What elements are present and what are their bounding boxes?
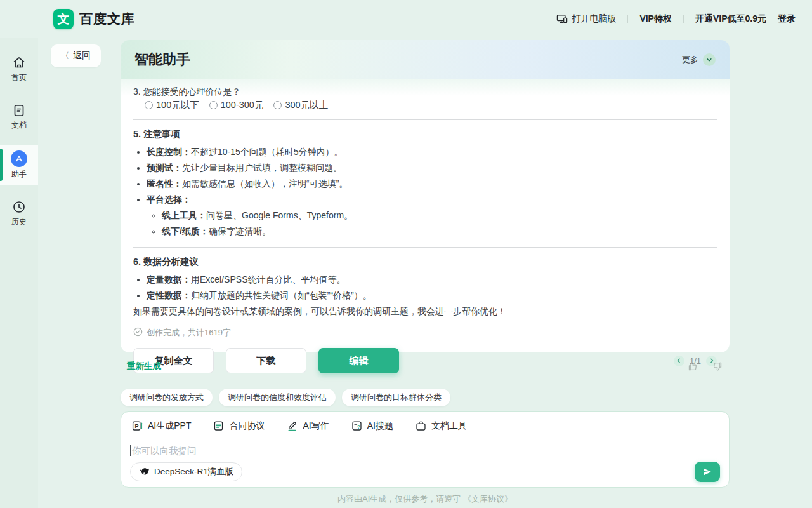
suggestion-chips: 调研问卷的发放方式 调研问卷的信度和效度评估 调研问卷的目标群体分类 <box>121 389 450 406</box>
document-icon <box>11 103 27 118</box>
suggestion-chip[interactable]: 调研问卷的发放方式 <box>121 389 213 406</box>
sidebar-item-home[interactable]: 首页 <box>0 50 38 88</box>
tool-label: AI生成PPT <box>148 420 191 432</box>
model-selector[interactable]: DeepSeek-R1满血版 <box>130 462 242 481</box>
list-item: 匿名性：如需敏感信息（如收入），注明“可选填”。 <box>147 177 717 191</box>
model-name: DeepSeek-R1满血版 <box>154 466 233 478</box>
suggestion-chip[interactable]: 调研问卷的信度和效度评估 <box>219 389 336 406</box>
sidebar-item-label: 助手 <box>11 169 27 180</box>
tool-label: AI搜题 <box>367 420 393 432</box>
bullet-term: 长度控制： <box>147 147 191 157</box>
radio-option-label: 100-300元 <box>221 99 264 111</box>
sidebar-item-label: 历史 <box>11 217 27 227</box>
regenerate-link[interactable]: 重新生成 <box>127 361 161 372</box>
wenku-logo-icon: 文 <box>53 9 74 29</box>
back-label: 返回 <box>73 50 91 62</box>
assistant-icon <box>11 150 27 167</box>
chevron-down-icon <box>703 53 716 66</box>
divider <box>133 247 717 248</box>
sidebar-item-history[interactable]: 历史 <box>0 194 38 232</box>
tool-label: AI写作 <box>303 420 329 432</box>
bullet-text: 不超过10-15个问题（耗时5分钟内）。 <box>191 147 343 157</box>
radio-circle-icon <box>209 101 218 109</box>
bullet-text: 用Excel/SPSS统计百分比、平均值等。 <box>191 274 345 284</box>
generation-status: 创作完成，共计1619字 <box>133 327 717 338</box>
bullet-text: 问卷星、Google Forms、Typeform。 <box>206 210 353 220</box>
vip-privilege-link[interactable]: VIP特权 <box>639 13 672 25</box>
send-button[interactable] <box>695 462 720 482</box>
bullet-text: 确保字迹清晰。 <box>209 226 271 236</box>
section-5-list: 长度控制：不超过10-15个问题（耗时5分钟内）。 预测试：先让少量目标用户试填… <box>133 145 717 239</box>
radio-option[interactable]: 100-300元 <box>209 99 264 111</box>
bullet-text: 先让少量目标用户试填，调整模糊问题。 <box>182 163 342 173</box>
thumbs-down-icon[interactable] <box>712 361 723 372</box>
divider <box>705 363 705 370</box>
sidebar-item-docs[interactable]: 文档 <box>0 97 38 136</box>
open-pc-link[interactable]: 打开电脑版 <box>556 13 616 25</box>
bullet-text: 归纳开放题的共性关键词（如“包装”“价格”）。 <box>191 290 372 300</box>
back-button[interactable]: 〈 返回 <box>51 44 101 67</box>
text-caret <box>130 445 131 456</box>
brand[interactable]: 文 百度文库 <box>53 9 135 29</box>
contract-doc-icon <box>213 420 225 432</box>
list-item: 平台选择： 线上工具：问卷星、Google Forms、Typeform。 线下… <box>147 192 717 239</box>
radio-circle-icon <box>273 101 282 109</box>
top-nav-links: 打开电脑版 VIP特权 开通VIP低至0.9元 登录 <box>556 13 796 25</box>
tool-label: 文档工具 <box>431 420 467 432</box>
feedback-row: 重新生成 <box>121 361 730 372</box>
tool-doc-tools[interactable]: 文档工具 <box>415 420 467 432</box>
section-5-title: 5. 注意事项 <box>133 128 717 140</box>
survey-question-3-options: 100元以下 100-300元 300元以上 <box>145 99 717 111</box>
top-bar: 文 百度文库 打开电脑版 VIP特权 开通VIP低至0.9元 登录 <box>0 0 812 38</box>
panel-bottom: DeepSeek-R1满血版 <box>130 462 720 482</box>
ai-answer-card: 3. 您能接受的心理价位是？ 100元以下 100-300元 300元以上 5.… <box>121 79 730 352</box>
radio-option[interactable]: 300元以上 <box>273 99 328 111</box>
question-search-icon: ? <box>351 420 363 432</box>
bullet-term: 预测试： <box>147 163 182 173</box>
brand-name: 百度文库 <box>79 10 135 28</box>
bullet-term: 定量数据： <box>147 274 191 284</box>
chat-input-panel: P AI生成PPT 合同协议 AI写作 <box>121 411 730 488</box>
section-5-sublist: 线上工具：问卷星、Google Forms、Typeform。 线下/纸质：确保… <box>147 208 717 239</box>
open-pc-label: 打开电脑版 <box>572 13 616 25</box>
svg-text:P: P <box>134 423 138 429</box>
ai-disclaimer: 内容由AI生成，仅供参考，请遵守 《文库协议》 <box>38 493 812 505</box>
divider <box>627 15 628 23</box>
radio-option[interactable]: 100元以下 <box>145 99 199 111</box>
radio-circle-icon <box>145 101 153 109</box>
divider <box>683 15 684 23</box>
thumbs-up-icon[interactable] <box>687 361 698 372</box>
tool-ai-writing[interactable]: AI写作 <box>286 420 329 432</box>
pen-icon <box>286 420 298 432</box>
feedback-thumbs <box>687 361 723 372</box>
tool-contract[interactable]: 合同协议 <box>213 420 265 432</box>
bullet-term: 线上工具： <box>162 210 206 220</box>
list-item: 预测试：先让少量目标用户试填，调整模糊问题。 <box>147 161 717 175</box>
tool-ai-ppt[interactable]: P AI生成PPT <box>131 420 191 432</box>
radio-option-label: 100元以下 <box>156 99 199 111</box>
ai-tools-row: P AI生成PPT 合同协议 AI写作 <box>130 418 720 438</box>
more-label: 更多 <box>682 54 698 65</box>
vip-promo-link[interactable]: 开通VIP低至0.9元 <box>695 13 766 25</box>
section-6-list: 定量数据：用Excel/SPSS统计百分比、平均值等。 定性数据：归纳开放题的共… <box>133 272 717 303</box>
suggestion-chip[interactable]: 调研问卷的目标群体分类 <box>342 389 450 406</box>
assistant-banner: 智能助手 更多 <box>121 40 730 79</box>
tool-ai-search[interactable]: ? AI搜题 <box>351 420 393 432</box>
closing-paragraph: 如果需要更具体的问卷设计或某领域的案例，可以告诉我你的调研主题，我会进一步帮你优… <box>133 304 717 319</box>
home-icon <box>11 55 27 70</box>
sidebar-item-assistant[interactable]: 助手 <box>0 145 38 185</box>
status-text: 创作完成，共计1619字 <box>147 327 231 338</box>
list-item: 定量数据：用Excel/SPSS统计百分比、平均值等。 <box>147 272 717 287</box>
login-link[interactable]: 登录 <box>778 13 796 25</box>
divider <box>133 119 717 120</box>
ppt-icon: P <box>131 420 143 432</box>
briefcase-icon <box>415 420 427 432</box>
more-button[interactable]: 更多 <box>682 53 716 66</box>
svg-text:?: ? <box>357 424 360 430</box>
history-icon <box>11 199 27 215</box>
bullet-term: 匿名性： <box>147 178 182 189</box>
section-6-title: 6. 数据分析建议 <box>133 256 717 268</box>
radio-option-label: 300元以上 <box>285 99 328 111</box>
monitor-icon <box>556 14 568 24</box>
chat-input[interactable] <box>132 446 720 456</box>
